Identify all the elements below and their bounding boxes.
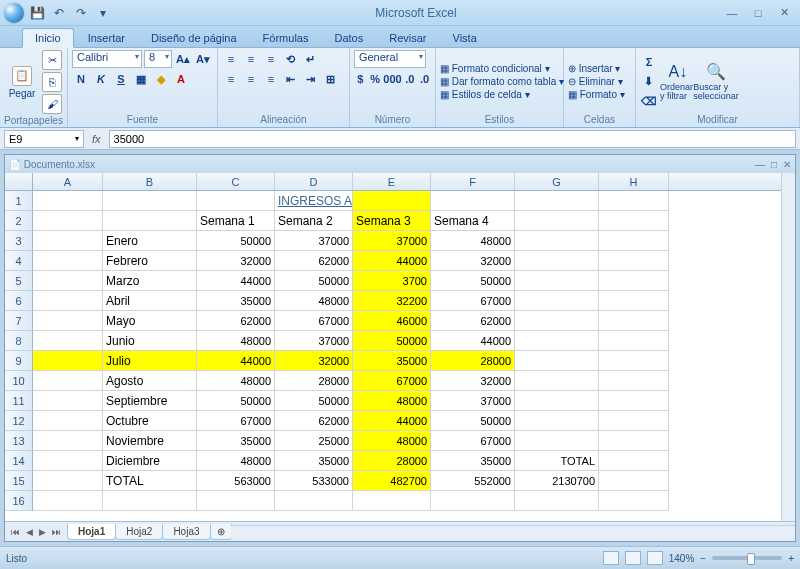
sheet-tab[interactable]: Hoja1 (67, 524, 116, 540)
sheet-tab[interactable]: Hoja3 (162, 524, 210, 540)
sheet-nav-next-icon[interactable]: ▶ (37, 527, 48, 537)
cell[interactable] (33, 411, 103, 431)
row-header[interactable]: 2 (5, 211, 33, 231)
autosum-icon[interactable]: Σ (640, 53, 658, 71)
cell[interactable]: 44000 (197, 271, 275, 291)
cell[interactable] (515, 271, 599, 291)
cell[interactable]: 28000 (353, 451, 431, 471)
cell[interactable] (515, 231, 599, 251)
cell[interactable]: 46000 (353, 311, 431, 331)
view-normal-icon[interactable] (603, 551, 619, 565)
cell[interactable]: 62000 (197, 311, 275, 331)
number-format-select[interactable]: General (354, 50, 426, 68)
cell[interactable] (599, 391, 669, 411)
horizontal-scrollbar[interactable] (231, 525, 795, 539)
cell[interactable] (599, 491, 669, 511)
qat-dropdown-icon[interactable]: ▾ (94, 4, 112, 22)
zoom-slider[interactable] (712, 556, 782, 560)
cell[interactable]: 62000 (431, 311, 515, 331)
col-header[interactable]: C (197, 173, 275, 190)
cell[interactable] (599, 351, 669, 371)
undo-icon[interactable]: ↶ (50, 4, 68, 22)
cell[interactable] (33, 231, 103, 251)
align-top-icon[interactable]: ≡ (222, 50, 240, 68)
tab-vista[interactable]: Vista (441, 29, 489, 47)
cell[interactable]: Febrero (103, 251, 197, 271)
cell[interactable] (33, 211, 103, 231)
row-header[interactable]: 1 (5, 191, 33, 211)
cell[interactable]: 28000 (431, 351, 515, 371)
cell[interactable] (515, 211, 599, 231)
cell[interactable]: 35000 (431, 451, 515, 471)
maximize-button[interactable]: □ (746, 5, 770, 21)
cell[interactable]: TOTAL (515, 451, 599, 471)
cell[interactable] (599, 211, 669, 231)
cell[interactable]: 48000 (275, 291, 353, 311)
row-header[interactable]: 5 (5, 271, 33, 291)
row-header[interactable]: 7 (5, 311, 33, 331)
cell[interactable] (599, 471, 669, 491)
cell[interactable] (353, 491, 431, 511)
col-header[interactable]: F (431, 173, 515, 190)
align-center-icon[interactable]: ≡ (242, 70, 260, 88)
font-size-select[interactable]: 8 (144, 50, 172, 68)
insert-cells-button[interactable]: ⊕ Insertar ▾ (568, 62, 631, 75)
col-header[interactable]: E (353, 173, 431, 190)
cell[interactable]: 50000 (431, 271, 515, 291)
cell[interactable] (431, 191, 515, 211)
save-icon[interactable]: 💾 (28, 4, 46, 22)
border-icon[interactable]: ▦ (132, 70, 150, 88)
cell[interactable]: 32000 (197, 251, 275, 271)
cell[interactable] (515, 411, 599, 431)
cell[interactable]: 44000 (197, 351, 275, 371)
copy-icon[interactable]: ⎘ (42, 72, 62, 92)
cell[interactable]: 44000 (431, 331, 515, 351)
cell[interactable] (515, 371, 599, 391)
cell[interactable]: Marzo (103, 271, 197, 291)
cell[interactable]: 48000 (197, 331, 275, 351)
cell[interactable]: Julio (103, 351, 197, 371)
cell[interactable]: 35000 (275, 451, 353, 471)
cell[interactable]: Octubre (103, 411, 197, 431)
sheet-nav-prev-icon[interactable]: ◀ (24, 527, 35, 537)
cell[interactable]: 2130700 (515, 471, 599, 491)
cell[interactable] (33, 271, 103, 291)
cell[interactable]: 482700 (353, 471, 431, 491)
cell[interactable] (515, 191, 599, 211)
cell[interactable]: 62000 (275, 411, 353, 431)
sort-filter-button[interactable]: A↓ Ordenar y filtrar (660, 53, 696, 111)
comma-icon[interactable]: 000 (383, 70, 401, 88)
tab-datos[interactable]: Datos (322, 29, 375, 47)
row-header[interactable]: 15 (5, 471, 33, 491)
col-header[interactable]: D (275, 173, 353, 190)
shrink-font-icon[interactable]: A▾ (194, 50, 212, 68)
cell[interactable] (515, 351, 599, 371)
cell[interactable]: Noviembre (103, 431, 197, 451)
cell[interactable] (515, 431, 599, 451)
merge-icon[interactable]: ⊞ (322, 70, 340, 88)
cell[interactable]: Septiembre (103, 391, 197, 411)
format-cells-button[interactable]: ▦ Formato ▾ (568, 88, 631, 101)
cell[interactable]: 32200 (353, 291, 431, 311)
cell[interactable] (599, 251, 669, 271)
vertical-scrollbar[interactable] (781, 173, 795, 521)
sheet-tab[interactable]: Hoja2 (115, 524, 163, 540)
cell[interactable] (33, 431, 103, 451)
row-header[interactable]: 16 (5, 491, 33, 511)
cell[interactable]: 67000 (431, 431, 515, 451)
cell[interactable]: 32000 (431, 371, 515, 391)
cell[interactable]: 44000 (353, 411, 431, 431)
clear-icon[interactable]: ⌫ (640, 93, 658, 111)
wb-minimize-button[interactable]: — (755, 159, 765, 170)
underline-button[interactable]: S (112, 70, 130, 88)
col-header[interactable]: G (515, 173, 599, 190)
cell[interactable] (103, 491, 197, 511)
row-header[interactable]: 11 (5, 391, 33, 411)
cell[interactable] (599, 291, 669, 311)
cell[interactable]: 48000 (353, 431, 431, 451)
cell[interactable]: 35000 (353, 351, 431, 371)
cell[interactable] (33, 191, 103, 211)
cell[interactable] (33, 371, 103, 391)
font-color-icon[interactable]: A (172, 70, 190, 88)
office-button[interactable] (4, 3, 24, 23)
